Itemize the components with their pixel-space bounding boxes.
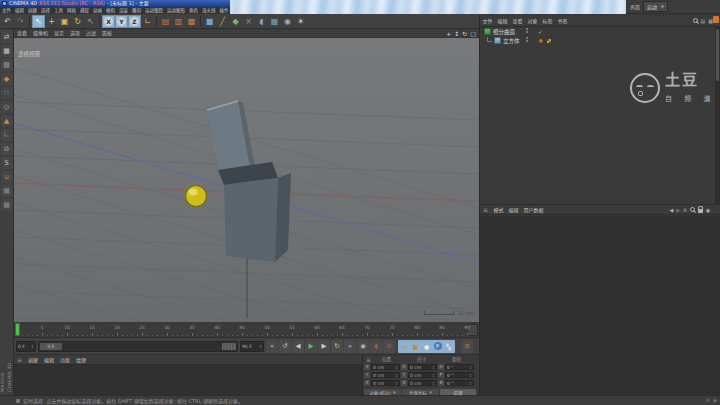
viewport-menu-item[interactable]: 显示 [51, 29, 67, 38]
menu-item[interactable]: 模拟 [104, 7, 117, 14]
viewport-menu-item[interactable]: 选项 [67, 29, 83, 38]
sound-toggle-button[interactable]: ◖ [370, 340, 382, 353]
go-to-start-button[interactable]: « [266, 340, 278, 353]
coordinate-value-field[interactable]: 0 cm↕ [408, 364, 437, 370]
material-manager-menu-item[interactable]: 功能 [57, 356, 73, 363]
model-mode-icon[interactable]: ■ [1, 45, 13, 57]
menu-item[interactable]: 运动跟踪 [143, 7, 165, 14]
environment-menu-icon[interactable]: ▦ [268, 15, 281, 28]
object-row[interactable]: 细分曲面✓ [480, 27, 715, 36]
redo-icon[interactable]: ↷ [14, 15, 27, 28]
menu-item[interactable]: 网格 [65, 7, 78, 14]
menu-item[interactable]: 编辑 [13, 7, 26, 14]
attribute-manager-menu-item[interactable]: 用户数据 [521, 206, 546, 213]
menu-item[interactable]: 插件 [218, 7, 231, 14]
coordinate-value-field[interactable]: 0 cm↕ [371, 364, 400, 370]
key-rotation-button[interactable]: ● [421, 340, 432, 353]
back-icon[interactable]: ◀ [669, 207, 673, 213]
menu-item[interactable]: 文件 [0, 7, 13, 14]
search-icon[interactable] [690, 207, 695, 212]
visibility-dots[interactable] [526, 37, 528, 42]
menu-item[interactable]: 运动图形 [165, 7, 187, 14]
coordinate-value-field[interactable]: 0 °↕ [445, 372, 474, 378]
mograph-menu-icon[interactable]: × [242, 15, 255, 28]
phong-tag-icon[interactable] [538, 38, 544, 44]
key-scale-button[interactable]: ■ [410, 340, 421, 353]
object-manager-menu-item[interactable]: 对象 [525, 17, 540, 24]
light-menu-icon[interactable]: ☀ [294, 15, 307, 28]
keyframe-presets-button[interactable]: ≡ [461, 340, 473, 353]
coordinate-value-field[interactable]: 0 cm↕ [371, 380, 400, 386]
edges-mode-icon[interactable]: ◇ [1, 101, 13, 113]
texture-mode-icon[interactable]: ▨ [1, 59, 13, 71]
make-editable-icon[interactable]: ⇄ [1, 31, 13, 43]
enable-snap-icon[interactable]: S [1, 157, 13, 169]
undo-icon[interactable]: ↶ [1, 15, 14, 28]
material-manager-menu-item[interactable]: 创建 [25, 356, 41, 363]
object-manager-tree[interactable]: 细分曲面✓立方体 [480, 27, 715, 205]
coordinate-value-field[interactable]: 0 °↕ [445, 380, 474, 386]
material-manager-menu-item[interactable]: 纹理 [73, 356, 89, 363]
visibility-dots[interactable] [526, 28, 528, 33]
deformer-menu-icon[interactable]: ◖ [255, 15, 268, 28]
autokey-toggle-button[interactable]: ⊙ [383, 340, 395, 353]
quantize-icon[interactable]: ▩ [1, 199, 13, 211]
range-end-handle[interactable] [222, 343, 236, 350]
interface-dropdown[interactable]: 启动 ▼ [643, 1, 668, 12]
material-manager[interactable]: ≡创建编辑功能纹理 [14, 355, 363, 395]
lock-x-axis-icon[interactable]: X [102, 15, 115, 28]
record-keyframe-button[interactable]: ◉ [357, 340, 369, 353]
end-frame-field[interactable]: 90 F↕ [240, 341, 264, 352]
next-key-button[interactable]: ↻ [331, 340, 343, 353]
search-icon[interactable] [693, 18, 698, 23]
menu-item[interactable]: 流水线 [200, 7, 218, 14]
rotate-tool-icon[interactable]: ↻ [71, 15, 84, 28]
attribute-manager-accent-button[interactable] [713, 16, 719, 23]
render-settings-icon[interactable]: ▩ [185, 15, 198, 28]
coordinate-value-field[interactable]: 0 cm↕ [408, 372, 437, 378]
menu-item[interactable]: 工具 [52, 7, 65, 14]
menu-item[interactable]: 选择 [39, 7, 52, 14]
menu-item[interactable]: 捕捉 [78, 7, 91, 14]
previous-key-button[interactable]: ↺ [279, 340, 291, 353]
go-to-end-button[interactable]: » [344, 340, 356, 353]
lock-icon[interactable] [698, 209, 703, 213]
object-manager-menu-item[interactable]: 文件 [480, 17, 495, 24]
menu-item[interactable]: 雕刻 [130, 7, 143, 14]
viewport-canvas[interactable]: 透视视图 10 cm [14, 38, 479, 322]
object-manager-menu-item[interactable]: 书签 [555, 17, 570, 24]
lock-y-axis-icon[interactable]: Y [115, 15, 128, 28]
coordinate-value-field[interactable]: 0 cm↕ [408, 380, 437, 386]
material-manager-menu-item[interactable]: 编辑 [41, 356, 57, 363]
workplane-snap-icon[interactable]: ▦ [1, 185, 13, 197]
zoom-view-icon[interactable]: ↕ [454, 30, 459, 37]
menu-item[interactable]: 角色 [187, 7, 200, 14]
viewport-menu-item[interactable]: 面板 [99, 29, 115, 38]
object-manager-menu-item[interactable]: 编辑 [495, 17, 510, 24]
previous-frame-button[interactable]: ◀ [292, 340, 304, 353]
lock-z-axis-icon[interactable]: Z [128, 15, 141, 28]
preview-range-slider[interactable]: 0 F [38, 341, 238, 352]
polygons-mode-icon[interactable]: ▲ [1, 115, 13, 127]
play-forward-button[interactable]: ▶ [305, 340, 317, 353]
render-view-icon[interactable]: ▤ [159, 15, 172, 28]
viewport-solo-icon[interactable]: ⊘ [1, 143, 13, 155]
rotate-view-icon[interactable]: ↻ [462, 30, 467, 37]
viewport-menu-item[interactable]: 摄像机 [30, 29, 51, 38]
render-picture-viewer-icon[interactable]: ▥ [172, 15, 185, 28]
coordinate-value-field[interactable]: 0 °↕ [445, 364, 474, 370]
menu-item[interactable]: 创建 [26, 7, 39, 14]
object-manager-scrollbar[interactable] [715, 27, 720, 205]
attribute-manager-menu-item[interactable]: 模式 [491, 206, 506, 213]
follow-selection-icon[interactable]: ◉ [706, 207, 710, 213]
range-start-handle[interactable]: 0 F [40, 343, 62, 350]
toggle-view-icon[interactable]: □ [470, 30, 476, 37]
current-frame-field[interactable]: 0 F↕ [16, 341, 36, 352]
viewport-3d-scene[interactable] [14, 38, 479, 322]
timeline-ruler[interactable]: 51015202530354045505560657075808590 [14, 322, 479, 338]
arrange-mode-icon[interactable]: A [683, 207, 686, 213]
key-parameter-button[interactable]: P [432, 340, 443, 353]
viewport-menu-item[interactable]: 过滤 [83, 29, 99, 38]
brush-sphere[interactable] [186, 186, 207, 207]
add-cube-primitive-icon[interactable]: ■ [203, 15, 216, 28]
